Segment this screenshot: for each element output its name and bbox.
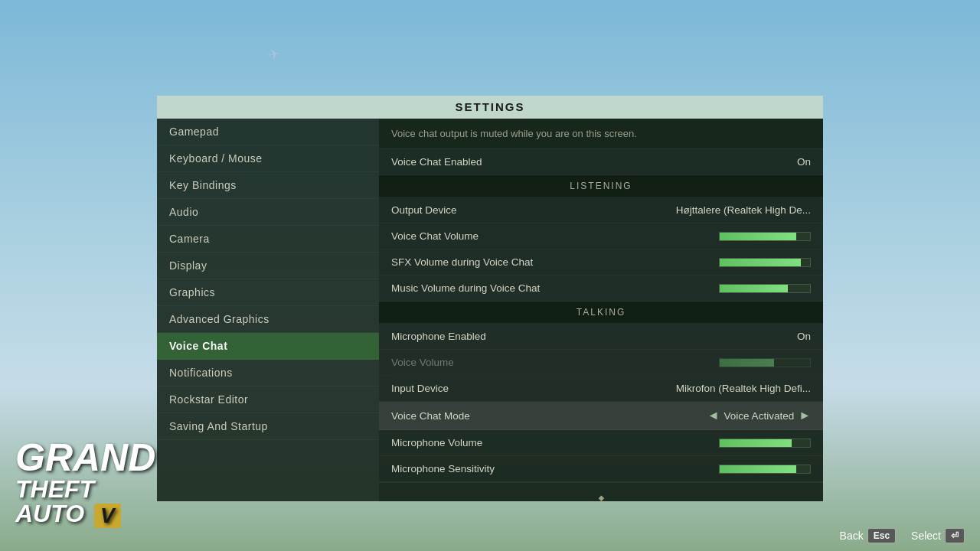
microphone-volume-label: Microphone Volume bbox=[391, 437, 482, 448]
sidebar-item-camera[interactable]: Camera bbox=[157, 226, 379, 253]
settings-panel: SETTINGS Gamepad Keyboard / Mouse Key Bi… bbox=[157, 96, 823, 501]
voice-chat-mode-value: Voice Activated bbox=[724, 410, 795, 422]
microphone-volume-bar bbox=[719, 439, 811, 448]
voice-chat-enabled-value: On bbox=[797, 156, 811, 168]
sidebar-item-gamepad[interactable]: Gamepad bbox=[157, 119, 379, 145]
back-key: Esc bbox=[867, 528, 896, 543]
notice-text: Voice chat output is muted while you are… bbox=[391, 128, 637, 139]
sidebar: Gamepad Keyboard / Mouse Key Bindings Au… bbox=[157, 119, 379, 501]
voice-volume-fill bbox=[720, 359, 774, 367]
music-volume-row[interactable]: Music Volume during Voice Chat bbox=[379, 276, 823, 302]
sidebar-item-rockstar-editor[interactable]: Rockstar Editor bbox=[157, 386, 379, 413]
microphone-volume-fill bbox=[720, 439, 792, 447]
sidebar-item-voice-chat[interactable]: Voice Chat bbox=[157, 333, 379, 360]
bottom-nav: Back Esc Select ⏎ bbox=[840, 528, 965, 543]
sidebar-item-audio[interactable]: Audio bbox=[157, 199, 379, 226]
voice-chat-mode-row[interactable]: Voice Chat Mode ◄ Voice Activated ► bbox=[379, 402, 823, 430]
music-volume-bar bbox=[719, 284, 811, 293]
output-device-value: Højttalere (Realtek High De... bbox=[676, 204, 811, 216]
microphone-enabled-row[interactable]: Microphone Enabled On bbox=[379, 324, 823, 350]
notice-bar: Voice chat output is muted while you are… bbox=[379, 119, 823, 149]
voice-chat-volume-label: Voice Chat Volume bbox=[391, 230, 479, 242]
voice-chat-enabled-row[interactable]: Voice Chat Enabled On bbox=[379, 149, 823, 175]
scroll-indicator: ⬥ bbox=[379, 482, 823, 501]
microphone-sensitivity-fill bbox=[720, 465, 796, 473]
output-device-label: Output Device bbox=[391, 204, 457, 216]
music-volume-fill bbox=[720, 285, 788, 292]
back-nav-item[interactable]: Back Esc bbox=[840, 528, 896, 543]
input-device-row[interactable]: Input Device Mikrofon (Realtek High Defi… bbox=[379, 376, 823, 402]
output-device-row[interactable]: Output Device Højttalere (Realtek High D… bbox=[379, 197, 823, 223]
listening-header: LISTENING bbox=[379, 175, 823, 197]
sfx-volume-label: SFX Volume during Voice Chat bbox=[391, 256, 533, 268]
input-device-label: Input Device bbox=[391, 383, 449, 394]
microphone-sensitivity-label: Microphone Sensitivity bbox=[391, 463, 495, 474]
voice-chat-mode-selector[interactable]: ◄ Voice Activated ► bbox=[707, 409, 811, 422]
sidebar-item-key-bindings[interactable]: Key Bindings bbox=[157, 172, 379, 199]
sfx-volume-fill bbox=[720, 259, 801, 266]
voice-volume-bar bbox=[719, 358, 811, 367]
select-key: ⏎ bbox=[945, 528, 965, 543]
sidebar-item-advanced-graphics[interactable]: Advanced Graphics bbox=[157, 306, 379, 333]
sfx-volume-bar bbox=[719, 258, 811, 267]
microphone-sensitivity-row[interactable]: Microphone Sensitivity bbox=[379, 456, 823, 482]
settings-title-text: SETTINGS bbox=[455, 100, 524, 113]
voice-chat-volume-row[interactable]: Voice Chat Volume bbox=[379, 223, 823, 249]
sidebar-item-graphics[interactable]: Graphics bbox=[157, 279, 379, 306]
talking-header: TALKING bbox=[379, 302, 823, 324]
mode-prev-arrow[interactable]: ◄ bbox=[707, 409, 720, 422]
microphone-enabled-label: Microphone Enabled bbox=[391, 331, 486, 342]
scroll-icon: ⬥ bbox=[597, 489, 606, 501]
content-area: Voice chat output is muted while you are… bbox=[379, 119, 823, 501]
sidebar-item-saving-startup[interactable]: Saving And Startup bbox=[157, 413, 379, 440]
sidebar-item-display[interactable]: Display bbox=[157, 253, 379, 279]
microphone-sensitivity-bar bbox=[719, 465, 811, 474]
sidebar-item-notifications[interactable]: Notifications bbox=[157, 360, 379, 386]
select-label: Select bbox=[911, 530, 941, 542]
version-badge: V bbox=[94, 504, 121, 528]
voice-chat-volume-bar bbox=[719, 232, 811, 241]
voice-chat-mode-label: Voice Chat Mode bbox=[391, 410, 470, 422]
voice-chat-enabled-label: Voice Chat Enabled bbox=[391, 156, 482, 168]
settings-body: Gamepad Keyboard / Mouse Key Bindings Au… bbox=[157, 119, 823, 501]
microphone-volume-row[interactable]: Microphone Volume bbox=[379, 430, 823, 456]
sfx-volume-row[interactable]: SFX Volume during Voice Chat bbox=[379, 249, 823, 276]
input-device-value: Mikrofon (Realtek High Defi... bbox=[676, 383, 811, 394]
gta-logo: GRAND THEFT AUTO V bbox=[15, 439, 155, 528]
auto-text: AUTO V bbox=[15, 501, 155, 528]
voice-chat-volume-fill bbox=[720, 233, 796, 240]
settings-title: SETTINGS bbox=[157, 96, 823, 119]
select-nav-item[interactable]: Select ⏎ bbox=[911, 528, 965, 543]
theft-text: THEFT bbox=[15, 477, 155, 501]
music-volume-label: Music Volume during Voice Chat bbox=[391, 282, 540, 294]
back-label: Back bbox=[840, 530, 864, 542]
voice-volume-label: Voice Volume bbox=[391, 357, 454, 368]
voice-volume-row: Voice Volume bbox=[379, 350, 823, 376]
mode-next-arrow[interactable]: ► bbox=[799, 409, 811, 422]
sidebar-item-keyboard-mouse[interactable]: Keyboard / Mouse bbox=[157, 145, 379, 172]
gta-text: GRAND bbox=[15, 436, 155, 479]
microphone-enabled-value: On bbox=[797, 331, 811, 342]
